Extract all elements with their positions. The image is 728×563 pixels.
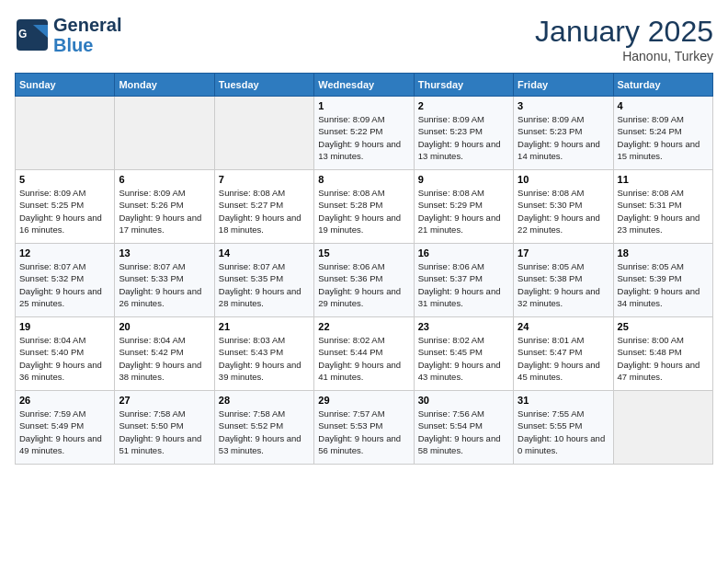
calendar-week-row: 12Sunrise: 8:07 AMSunset: 5:32 PMDayligh…: [16, 244, 713, 317]
day-number: 31: [518, 395, 609, 406]
calendar-day-cell: 19Sunrise: 8:04 AMSunset: 5:40 PMDayligh…: [16, 317, 115, 391]
calendar-day-cell: 20Sunrise: 8:04 AMSunset: 5:42 PMDayligh…: [115, 317, 214, 391]
logo-general-text: General: [53, 15, 121, 35]
day-info: Sunrise: 7:58 AMSunset: 5:50 PMDaylight:…: [119, 408, 210, 456]
calendar-week-row: 19Sunrise: 8:04 AMSunset: 5:40 PMDayligh…: [16, 317, 713, 391]
day-of-week-header: Sunday: [16, 74, 115, 97]
day-info: Sunrise: 7:59 AMSunset: 5:49 PMDaylight:…: [19, 408, 110, 456]
calendar-week-row: 26Sunrise: 7:59 AMSunset: 5:49 PMDayligh…: [16, 391, 713, 465]
day-of-week-header: Saturday: [613, 74, 712, 97]
calendar-day-cell: 10Sunrise: 8:08 AMSunset: 5:30 PMDayligh…: [514, 170, 613, 244]
day-info: Sunrise: 8:09 AMSunset: 5:22 PMDaylight:…: [318, 113, 409, 162]
day-number: 12: [19, 247, 110, 259]
calendar-day-cell: 28Sunrise: 7:58 AMSunset: 5:52 PMDayligh…: [214, 391, 313, 465]
calendar-day-cell: 14Sunrise: 8:07 AMSunset: 5:35 PMDayligh…: [214, 244, 313, 317]
calendar-day-cell: 4Sunrise: 8:09 AMSunset: 5:24 PMDaylight…: [613, 97, 712, 170]
day-of-week-header: Friday: [514, 74, 613, 97]
calendar-body: 1Sunrise: 8:09 AMSunset: 5:22 PMDaylight…: [16, 97, 713, 465]
day-number: 20: [119, 321, 210, 332]
logo-icon: G: [15, 17, 50, 52]
calendar-table: SundayMondayTuesdayWednesdayThursdayFrid…: [15, 73, 713, 465]
day-number: 4: [618, 100, 709, 111]
calendar-day-cell: [16, 97, 115, 170]
day-of-week-header: Thursday: [414, 74, 513, 97]
day-info: Sunrise: 8:09 AMSunset: 5:23 PMDaylight:…: [518, 113, 609, 162]
day-number: 9: [418, 174, 509, 185]
calendar-day-cell: 1Sunrise: 8:09 AMSunset: 5:22 PMDaylight…: [314, 97, 414, 170]
calendar-day-cell: 2Sunrise: 8:09 AMSunset: 5:23 PMDaylight…: [414, 97, 513, 170]
day-of-week-header: Tuesday: [214, 74, 313, 97]
logo-blue-text: Blue: [53, 35, 121, 55]
logo: G General Blue: [15, 15, 121, 55]
day-number: 15: [318, 247, 409, 259]
day-info: Sunrise: 7:57 AMSunset: 5:53 PMDaylight:…: [318, 408, 409, 456]
page-header: G General Blue January 2025 Hanonu, Turk…: [15, 15, 713, 63]
day-number: 25: [618, 321, 709, 332]
day-number: 27: [119, 395, 210, 406]
day-number: 7: [219, 174, 310, 185]
day-info: Sunrise: 8:01 AMSunset: 5:47 PMDaylight:…: [518, 334, 609, 383]
day-info: Sunrise: 8:02 AMSunset: 5:45 PMDaylight:…: [418, 334, 509, 383]
day-info: Sunrise: 8:07 AMSunset: 5:33 PMDaylight:…: [119, 260, 210, 309]
calendar-week-row: 5Sunrise: 8:09 AMSunset: 5:25 PMDaylight…: [16, 170, 713, 244]
day-info: Sunrise: 8:08 AMSunset: 5:31 PMDaylight:…: [618, 187, 709, 236]
day-info: Sunrise: 8:06 AMSunset: 5:36 PMDaylight:…: [318, 260, 409, 309]
month-title: January 2025: [535, 15, 713, 49]
calendar-day-cell: 11Sunrise: 8:08 AMSunset: 5:31 PMDayligh…: [613, 170, 712, 244]
day-info: Sunrise: 8:05 AMSunset: 5:38 PMDaylight:…: [518, 260, 609, 309]
day-info: Sunrise: 8:03 AMSunset: 5:43 PMDaylight:…: [219, 334, 310, 383]
day-number: 5: [19, 174, 110, 185]
calendar-day-cell: 6Sunrise: 8:09 AMSunset: 5:26 PMDaylight…: [115, 170, 214, 244]
calendar-day-cell: 22Sunrise: 8:02 AMSunset: 5:44 PMDayligh…: [314, 317, 414, 391]
day-of-week-header: Wednesday: [314, 74, 414, 97]
calendar-day-cell: 5Sunrise: 8:09 AMSunset: 5:25 PMDaylight…: [16, 170, 115, 244]
day-number: 28: [219, 395, 310, 406]
calendar-day-cell: 9Sunrise: 8:08 AMSunset: 5:29 PMDaylight…: [414, 170, 513, 244]
day-info: Sunrise: 8:06 AMSunset: 5:37 PMDaylight:…: [418, 260, 509, 309]
day-info: Sunrise: 8:07 AMSunset: 5:35 PMDaylight:…: [219, 260, 310, 309]
day-number: 13: [119, 247, 210, 259]
calendar-day-cell: 27Sunrise: 7:58 AMSunset: 5:50 PMDayligh…: [115, 391, 214, 465]
day-info: Sunrise: 8:04 AMSunset: 5:40 PMDaylight:…: [19, 334, 110, 383]
day-info: Sunrise: 8:09 AMSunset: 5:24 PMDaylight:…: [618, 113, 709, 162]
day-number: 29: [318, 395, 409, 406]
day-number: 16: [418, 247, 509, 259]
calendar-day-cell: 31Sunrise: 7:55 AMSunset: 5:55 PMDayligh…: [514, 391, 613, 465]
day-number: 10: [518, 174, 609, 185]
calendar-day-cell: 30Sunrise: 7:56 AMSunset: 5:54 PMDayligh…: [414, 391, 513, 465]
day-of-week-header: Monday: [115, 74, 214, 97]
day-number: 22: [318, 321, 409, 332]
day-info: Sunrise: 8:08 AMSunset: 5:28 PMDaylight:…: [318, 187, 409, 236]
calendar-day-cell: 18Sunrise: 8:05 AMSunset: 5:39 PMDayligh…: [613, 244, 712, 317]
day-number: 18: [618, 247, 709, 259]
calendar-day-cell: 24Sunrise: 8:01 AMSunset: 5:47 PMDayligh…: [514, 317, 613, 391]
day-info: Sunrise: 8:09 AMSunset: 5:26 PMDaylight:…: [119, 187, 210, 236]
calendar-day-cell: 25Sunrise: 8:00 AMSunset: 5:48 PMDayligh…: [613, 317, 712, 391]
day-number: 1: [318, 100, 409, 111]
day-number: 26: [19, 395, 110, 406]
day-number: 8: [318, 174, 409, 185]
day-info: Sunrise: 8:00 AMSunset: 5:48 PMDaylight:…: [618, 334, 709, 383]
day-number: 19: [19, 321, 110, 332]
day-info: Sunrise: 8:08 AMSunset: 5:29 PMDaylight:…: [418, 187, 509, 236]
calendar-day-cell: 16Sunrise: 8:06 AMSunset: 5:37 PMDayligh…: [414, 244, 513, 317]
calendar-day-cell: 23Sunrise: 8:02 AMSunset: 5:45 PMDayligh…: [414, 317, 513, 391]
day-info: Sunrise: 7:56 AMSunset: 5:54 PMDaylight:…: [418, 408, 509, 456]
day-info: Sunrise: 8:05 AMSunset: 5:39 PMDaylight:…: [618, 260, 709, 309]
day-number: 21: [219, 321, 310, 332]
svg-text:G: G: [18, 28, 27, 40]
calendar-day-cell: 12Sunrise: 8:07 AMSunset: 5:32 PMDayligh…: [16, 244, 115, 317]
calendar-day-cell: 26Sunrise: 7:59 AMSunset: 5:49 PMDayligh…: [16, 391, 115, 465]
day-info: Sunrise: 8:04 AMSunset: 5:42 PMDaylight:…: [119, 334, 210, 383]
day-number: 24: [518, 321, 609, 332]
calendar-day-cell: [115, 97, 214, 170]
location: Hanonu, Turkey: [535, 49, 713, 63]
calendar-day-cell: 8Sunrise: 8:08 AMSunset: 5:28 PMDaylight…: [314, 170, 414, 244]
calendar-day-cell: 17Sunrise: 8:05 AMSunset: 5:38 PMDayligh…: [514, 244, 613, 317]
calendar-header-row: SundayMondayTuesdayWednesdayThursdayFrid…: [16, 74, 713, 97]
calendar-day-cell: 13Sunrise: 8:07 AMSunset: 5:33 PMDayligh…: [115, 244, 214, 317]
calendar-day-cell: 15Sunrise: 8:06 AMSunset: 5:36 PMDayligh…: [314, 244, 414, 317]
day-info: Sunrise: 8:07 AMSunset: 5:32 PMDaylight:…: [19, 260, 110, 309]
calendar-day-cell: 7Sunrise: 8:08 AMSunset: 5:27 PMDaylight…: [214, 170, 313, 244]
title-block: January 2025 Hanonu, Turkey: [535, 15, 713, 63]
